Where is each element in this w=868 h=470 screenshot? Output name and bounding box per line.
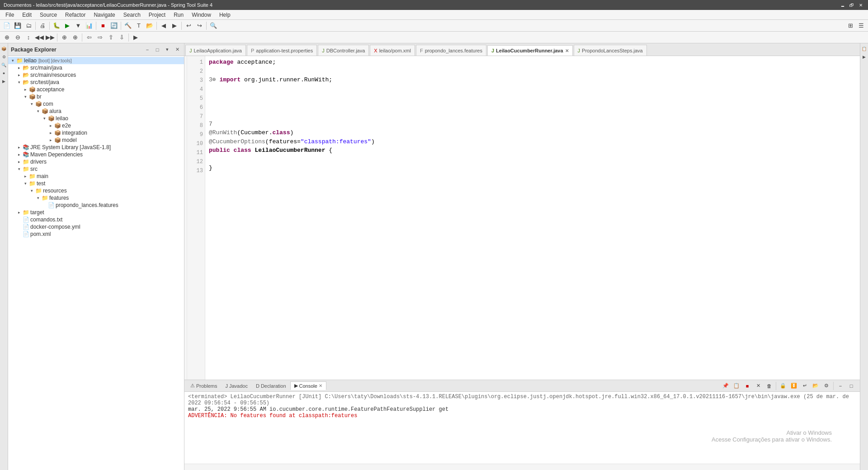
toolbar2-btn4[interactable]: ◀◀ bbox=[34, 33, 44, 42]
package-explorer-maximize[interactable]: □ bbox=[153, 46, 161, 54]
tree-item-features[interactable]: ▾📁features bbox=[8, 194, 184, 202]
tree-item-jre[interactable]: ▸📚JRE System Library [JavaSE-1.8] bbox=[8, 144, 184, 151]
bottom-scroll[interactable] bbox=[184, 464, 860, 470]
menu-search[interactable]: Search bbox=[120, 11, 144, 19]
package-explorer-view-menu[interactable]: ▾ bbox=[163, 46, 171, 54]
console-remove[interactable]: ✕ bbox=[753, 381, 763, 391]
tree-item-pom-xml[interactable]: 📄pom.xml bbox=[8, 230, 184, 238]
tree-item-test[interactable]: ▾📁test bbox=[8, 180, 184, 187]
console-maximize[interactable]: □ bbox=[846, 381, 856, 391]
tab-close-leilao-cucumber-runner[interactable]: ✕ bbox=[565, 48, 569, 53]
console-minimize[interactable]: − bbox=[835, 381, 845, 391]
console-stop[interactable]: ■ bbox=[742, 381, 752, 391]
package-explorer-close[interactable]: ✕ bbox=[173, 46, 181, 54]
run-button[interactable]: ▶ bbox=[62, 21, 72, 31]
toolbar2-btn2[interactable]: ⊖ bbox=[13, 33, 23, 42]
toolbar2-btn8[interactable]: ⇦ bbox=[84, 33, 94, 42]
minimize-button[interactable]: 🗕 bbox=[839, 1, 846, 9]
build-button[interactable]: 🔨 bbox=[123, 21, 133, 31]
debug-button[interactable]: 🐛 bbox=[52, 21, 61, 31]
tree-expand-com[interactable]: ▾ bbox=[29, 101, 34, 107]
menu-project[interactable]: Project bbox=[145, 11, 169, 19]
tree-expand-test[interactable]: ▾ bbox=[23, 181, 28, 186]
left-strip-btn2[interactable]: ⚙ bbox=[0, 53, 8, 61]
coverage-button[interactable]: 📊 bbox=[84, 21, 94, 31]
save-button[interactable]: 💾 bbox=[13, 21, 23, 31]
tree-item-main[interactable]: ▸📁main bbox=[8, 173, 184, 180]
tab-problems[interactable]: ⚠ Problems bbox=[186, 381, 221, 390]
forward-button[interactable]: ▶ bbox=[170, 21, 179, 31]
left-strip-btn4[interactable]: ● bbox=[0, 70, 8, 77]
menu-run[interactable]: Run bbox=[170, 11, 187, 19]
right-strip-btn1[interactable]: 📋 bbox=[861, 45, 868, 52]
tree-item-target[interactable]: ▸📁target bbox=[8, 209, 184, 216]
tree-expand-leilao2[interactable]: ▾ bbox=[42, 116, 47, 121]
tree-item-src-test-java[interactable]: ▾📂src/test/java bbox=[8, 79, 184, 86]
package-explorer-minimize[interactable]: − bbox=[143, 46, 151, 54]
editor-tab-leilao-cucumber-runner[interactable]: JLeilaoCucumberRunner.java✕ bbox=[487, 45, 573, 56]
stop-button[interactable]: ■ bbox=[98, 21, 108, 31]
toolbar2-btn1[interactable]: ⊕ bbox=[2, 33, 12, 42]
tree-expand-br[interactable]: ▾ bbox=[23, 94, 28, 99]
next-edit[interactable]: ↪ bbox=[194, 21, 204, 31]
tree-expand-e2e[interactable]: ▸ bbox=[48, 123, 53, 128]
left-strip-btn5[interactable]: ▶ bbox=[0, 78, 8, 85]
tree-expand-acceptance[interactable]: ▸ bbox=[23, 87, 28, 92]
tree-item-integration[interactable]: ▸📦integration bbox=[8, 129, 184, 136]
tree-expand-maven[interactable]: ▸ bbox=[16, 152, 22, 157]
last-edit[interactable]: ↩ bbox=[184, 21, 193, 31]
menu-help[interactable]: Help bbox=[216, 11, 234, 19]
tree-item-br[interactable]: ▾📦br bbox=[8, 93, 184, 100]
save-all-button[interactable]: 🗂 bbox=[24, 21, 33, 31]
right-strip-btn2[interactable]: ▶ bbox=[861, 53, 868, 61]
tree-item-alura[interactable]: ▾📦alura bbox=[8, 108, 184, 115]
console-copy[interactable]: 📋 bbox=[731, 381, 741, 391]
tree-item-src-main-resources[interactable]: ▸📂src/main/resources bbox=[8, 71, 184, 79]
run-dropdown[interactable]: ▼ bbox=[73, 21, 83, 31]
toolbar2-btn7[interactable]: ⊕ bbox=[70, 33, 80, 42]
console-scroll-lock[interactable]: 🔒 bbox=[778, 381, 788, 391]
tree-expand-src[interactable]: ▾ bbox=[16, 166, 22, 172]
toolbar2-btn11[interactable]: ⇩ bbox=[117, 33, 127, 42]
left-strip-btn3[interactable]: 🔍 bbox=[0, 61, 8, 69]
tab-javadoc[interactable]: J Javadoc bbox=[221, 382, 251, 390]
tree-expand-jre[interactable]: ▸ bbox=[16, 145, 22, 150]
menu-file[interactable]: File bbox=[2, 11, 18, 19]
console-open-file[interactable]: 📂 bbox=[811, 381, 821, 391]
print-button[interactable]: 🖨 bbox=[38, 21, 47, 31]
tree-expand-integration[interactable]: ▸ bbox=[48, 130, 53, 136]
restore-button[interactable]: 🗗 bbox=[848, 1, 855, 9]
new-button[interactable]: 📄 bbox=[2, 21, 12, 31]
tree-expand-drivers[interactable]: ▸ bbox=[16, 159, 22, 164]
editor-tab-db-controller[interactable]: JDBController.java bbox=[318, 45, 369, 56]
tree-expand-target[interactable]: ▸ bbox=[16, 210, 22, 215]
views-button[interactable]: ☰ bbox=[856, 21, 866, 31]
tree-item-comandos-txt[interactable]: 📄comandos.txt bbox=[8, 216, 184, 223]
tree-item-docker-compose-yml[interactable]: 📄docker-compose.yml bbox=[8, 223, 184, 230]
tree-expand-features[interactable]: ▾ bbox=[35, 195, 41, 201]
perspective-button[interactable]: ⊞ bbox=[845, 21, 855, 31]
tab-declaration[interactable]: D Declaration bbox=[252, 382, 290, 390]
tree-item-com[interactable]: ▾📦com bbox=[8, 100, 184, 108]
menu-navigate[interactable]: Navigate bbox=[90, 11, 118, 19]
console-word-wrap[interactable]: ↵ bbox=[800, 381, 810, 391]
tree-item-drivers[interactable]: ▸📁drivers bbox=[8, 158, 184, 165]
tree-item-acceptance[interactable]: ▸📦acceptance bbox=[8, 86, 184, 93]
tree-expand-main[interactable]: ▸ bbox=[23, 174, 28, 179]
toolbar2-btn6[interactable]: ⊕ bbox=[59, 33, 69, 42]
open-type[interactable]: T bbox=[134, 21, 144, 31]
toolbar2-btn10[interactable]: ⇧ bbox=[106, 33, 116, 42]
tree-expand-model[interactable]: ▸ bbox=[48, 137, 53, 143]
menu-refactor[interactable]: Refactor bbox=[61, 11, 89, 19]
editor-tab-propondo-lances-steps[interactable]: JPropondoLancesSteps.java bbox=[574, 45, 647, 56]
toolbar2-btn9[interactable]: ⇨ bbox=[95, 33, 105, 42]
tree-item-src-main-java[interactable]: ▸📂src/main/java bbox=[8, 64, 184, 71]
tree-expand-alura[interactable]: ▾ bbox=[35, 108, 41, 114]
console-settings[interactable]: ⚙ bbox=[821, 381, 831, 391]
tree-item-propondo-lances-feature[interactable]: 📄propondo_lances.features bbox=[8, 202, 184, 209]
tree-expand-resources[interactable]: ▾ bbox=[29, 188, 34, 193]
menu-edit[interactable]: Edit bbox=[19, 11, 35, 19]
toolbar2-btn12[interactable]: ▶ bbox=[131, 33, 141, 42]
tab-console[interactable]: ▶ Console ✕ bbox=[290, 381, 326, 390]
editor-tab-propondo-lances-features[interactable]: Fpropondo_lances.features bbox=[416, 45, 486, 56]
